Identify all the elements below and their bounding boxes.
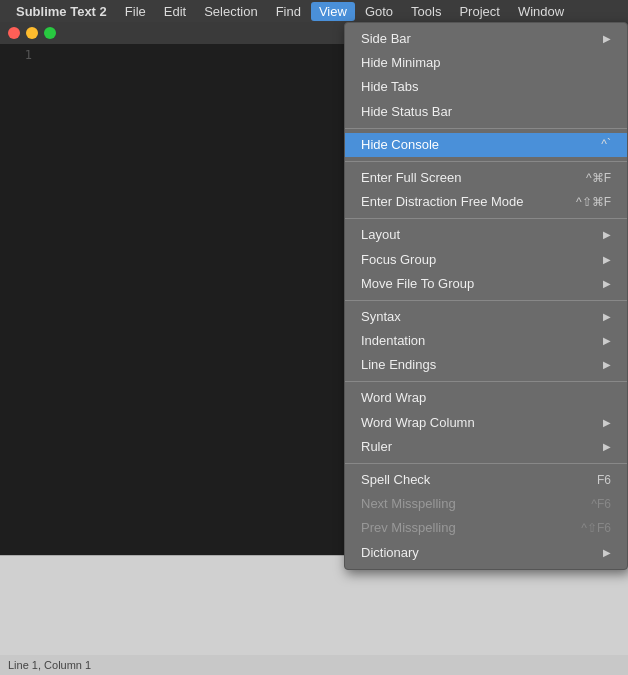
menu-item-word-wrap[interactable]: Word Wrap: [345, 386, 627, 410]
menu-item-move-file-to-group[interactable]: Move File To Group ▶: [345, 272, 627, 296]
menu-item-line-endings[interactable]: Line Endings ▶: [345, 353, 627, 377]
menu-label-prev-misspelling: Prev Misspelling: [361, 519, 456, 537]
menubar-edit[interactable]: Edit: [156, 2, 194, 21]
menu-label-layout: Layout: [361, 226, 400, 244]
separator-6: [345, 463, 627, 464]
menu-arrow-ruler: ▶: [603, 440, 611, 454]
maximize-button[interactable]: [44, 27, 56, 39]
menu-arrow-layout: ▶: [603, 228, 611, 242]
menu-item-indentation[interactable]: Indentation ▶: [345, 329, 627, 353]
menu-arrow-syntax: ▶: [603, 310, 611, 324]
menubar-project[interactable]: Project: [451, 2, 507, 21]
menu-label-next-misspelling: Next Misspelling: [361, 495, 456, 513]
menubar-file[interactable]: File: [117, 2, 154, 21]
menubar-selection[interactable]: Selection: [196, 2, 265, 21]
line-numbers: 1: [0, 44, 40, 535]
menubar-tools[interactable]: Tools: [403, 2, 449, 21]
menu-label-spell-check: Spell Check: [361, 471, 430, 489]
menu-shortcut-enter-distraction-free: ^⇧⌘F: [576, 194, 611, 211]
menu-item-hide-minimap[interactable]: Hide Minimap: [345, 51, 627, 75]
menu-label-focus-group: Focus Group: [361, 251, 436, 269]
menu-item-side-bar[interactable]: Side Bar ▶: [345, 27, 627, 51]
menu-item-spell-check[interactable]: Spell Check F6: [345, 468, 627, 492]
menubar-goto[interactable]: Goto: [357, 2, 401, 21]
menu-label-indentation: Indentation: [361, 332, 425, 350]
menu-item-syntax[interactable]: Syntax ▶: [345, 305, 627, 329]
line-number-1: 1: [0, 48, 32, 62]
menu-label-hide-console: Hide Console: [361, 136, 439, 154]
menu-item-hide-status-bar[interactable]: Hide Status Bar: [345, 100, 627, 124]
menu-label-move-file-to-group: Move File To Group: [361, 275, 474, 293]
menu-label-word-wrap: Word Wrap: [361, 389, 426, 407]
menu-label-hide-minimap: Hide Minimap: [361, 54, 440, 72]
status-text: Line 1, Column 1: [8, 659, 91, 671]
menu-label-hide-tabs: Hide Tabs: [361, 78, 419, 96]
menu-shortcut-hide-console: ^`: [601, 136, 611, 153]
menu-arrow-indentation: ▶: [603, 334, 611, 348]
separator-3: [345, 218, 627, 219]
menubar: Sublime Text 2 File Edit Selection Find …: [0, 0, 628, 22]
minimize-button[interactable]: [26, 27, 38, 39]
menu-arrow-move-file-to-group: ▶: [603, 277, 611, 291]
menu-arrow-line-endings: ▶: [603, 358, 611, 372]
menu-label-side-bar: Side Bar: [361, 30, 411, 48]
menu-arrow-focus-group: ▶: [603, 253, 611, 267]
separator-2: [345, 161, 627, 162]
menu-item-enter-distraction-free[interactable]: Enter Distraction Free Mode ^⇧⌘F: [345, 190, 627, 214]
separator-4: [345, 300, 627, 301]
menu-arrow-dictionary: ▶: [603, 546, 611, 560]
menu-label-hide-status-bar: Hide Status Bar: [361, 103, 452, 121]
separator-1: [345, 128, 627, 129]
menu-label-enter-full-screen: Enter Full Screen: [361, 169, 461, 187]
close-button[interactable]: [8, 27, 20, 39]
menu-label-dictionary: Dictionary: [361, 544, 419, 562]
menubar-window[interactable]: Window: [510, 2, 572, 21]
menubar-view[interactable]: View: [311, 2, 355, 21]
menu-shortcut-next-misspelling: ^F6: [591, 496, 611, 513]
menu-label-syntax: Syntax: [361, 308, 401, 326]
menu-arrow-word-wrap-column: ▶: [603, 416, 611, 430]
menu-label-line-endings: Line Endings: [361, 356, 436, 374]
menu-item-word-wrap-column[interactable]: Word Wrap Column ▶: [345, 411, 627, 435]
menu-shortcut-enter-full-screen: ^⌘F: [586, 170, 611, 187]
menu-item-ruler[interactable]: Ruler ▶: [345, 435, 627, 459]
view-dropdown-menu: Side Bar ▶ Hide Minimap Hide Tabs Hide S…: [344, 22, 628, 570]
menu-item-hide-tabs[interactable]: Hide Tabs: [345, 75, 627, 99]
menu-item-next-misspelling: Next Misspelling ^F6: [345, 492, 627, 516]
menubar-find[interactable]: Find: [268, 2, 309, 21]
menu-shortcut-prev-misspelling: ^⇧F6: [581, 520, 611, 537]
menu-item-enter-full-screen[interactable]: Enter Full Screen ^⌘F: [345, 166, 627, 190]
menu-item-focus-group[interactable]: Focus Group ▶: [345, 248, 627, 272]
menu-label-ruler: Ruler: [361, 438, 392, 456]
menu-item-dictionary[interactable]: Dictionary ▶: [345, 541, 627, 565]
console-area: [0, 555, 628, 655]
separator-5: [345, 381, 627, 382]
menu-item-prev-misspelling: Prev Misspelling ^⇧F6: [345, 516, 627, 540]
app-name: Sublime Text 2: [8, 2, 115, 21]
menu-arrow-side-bar: ▶: [603, 32, 611, 46]
menu-label-word-wrap-column: Word Wrap Column: [361, 414, 475, 432]
menu-item-layout[interactable]: Layout ▶: [345, 223, 627, 247]
menu-label-enter-distraction-free: Enter Distraction Free Mode: [361, 193, 524, 211]
menu-item-hide-console[interactable]: Hide Console ^`: [345, 133, 627, 157]
menu-shortcut-spell-check: F6: [597, 472, 611, 489]
console-input[interactable]: [4, 639, 204, 653]
statusbar: Line 1, Column 1: [0, 655, 628, 675]
